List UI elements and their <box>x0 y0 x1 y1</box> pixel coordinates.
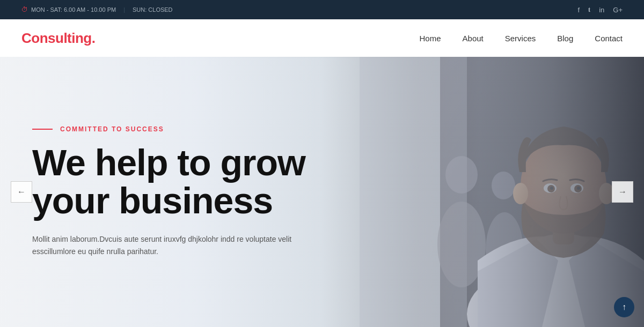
hero-title-line1: We help to grow <box>32 142 305 183</box>
top-bar: ⏱ MON - SAT: 6.00 AM - 10.00 PM | SUN: C… <box>0 0 644 19</box>
twitter-icon[interactable]: 𝐭 <box>588 5 590 14</box>
nav-blog[interactable]: Blog <box>557 34 573 43</box>
hero-section: COMMITTED TO SUCCESS We help to grow you… <box>0 57 644 327</box>
tagline-text: COMMITTED TO SUCCESS <box>60 125 164 133</box>
hero-next-button[interactable]: → <box>612 181 633 203</box>
tagline-line-decoration <box>32 129 53 130</box>
right-arrow-icon: → <box>618 187 627 197</box>
hero-title: We help to grow your business <box>32 144 305 220</box>
divider: | <box>123 6 125 13</box>
nav-services[interactable]: Services <box>505 34 536 43</box>
nav-home[interactable]: Home <box>420 34 441 43</box>
scroll-up-button[interactable]: ↑ <box>614 297 634 317</box>
hero-prev-button[interactable]: ← <box>11 181 32 203</box>
closed-info: SUN: CLOSED <box>133 6 173 13</box>
main-nav: Home About Services Blog Contact <box>420 34 623 43</box>
business-hours: MON - SAT: 6.00 AM - 10.00 PM <box>31 6 116 13</box>
logo-text: Consulting <box>21 30 92 46</box>
logo-dot: . <box>92 30 96 46</box>
nav-contact[interactable]: Contact <box>595 34 623 43</box>
hero-tagline: COMMITTED TO SUCCESS <box>32 125 305 133</box>
scroll-up-icon: ↑ <box>622 302 626 312</box>
hero-title-line2: your business <box>32 180 273 221</box>
linkedin-icon[interactable]: in <box>599 6 604 14</box>
social-links: f 𝐭 in G+ <box>578 5 623 14</box>
left-arrow-icon: ← <box>17 187 26 197</box>
clock-icon: ⏱ <box>21 6 28 13</box>
header: Consulting. Home About Services Blog Con… <box>0 19 644 57</box>
logo: Consulting. <box>21 30 96 47</box>
hero-description: Mollit anim laborum.Dvcuis aute serunt i… <box>32 233 301 259</box>
googleplus-icon[interactable]: G+ <box>613 6 623 14</box>
nav-about[interactable]: About <box>463 34 484 43</box>
facebook-icon[interactable]: f <box>578 6 580 14</box>
hero-content: COMMITTED TO SUCCESS We help to grow you… <box>0 125 338 258</box>
top-bar-info: ⏱ MON - SAT: 6.00 AM - 10.00 PM | SUN: C… <box>21 6 173 13</box>
